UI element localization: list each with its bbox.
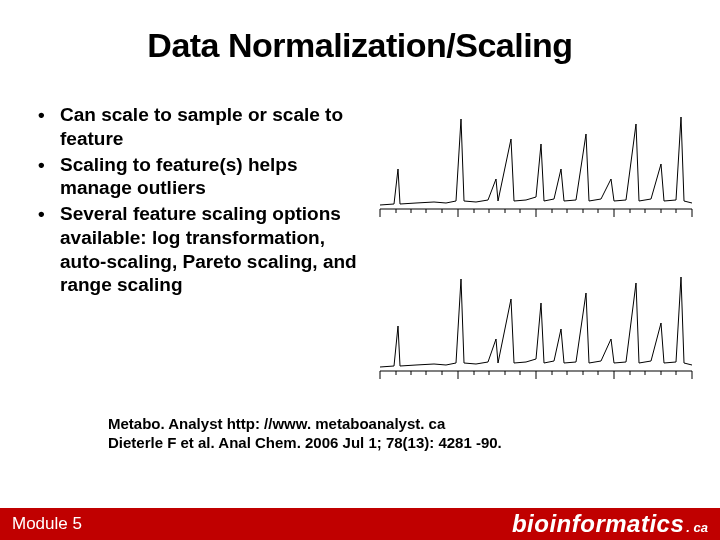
citation-block: Metabo. Analyst http: //www. metaboanaly… bbox=[0, 415, 720, 453]
citation-line: Metabo. Analyst http: //www. metaboanaly… bbox=[108, 415, 720, 434]
spectra-column bbox=[368, 103, 700, 391]
brand-main-text: bioinformatics bbox=[512, 510, 684, 538]
brand-suffix-text: . ca bbox=[686, 520, 708, 535]
slide-title: Data Normalization/Scaling bbox=[0, 0, 720, 65]
bullet-item: Several feature scaling options availabl… bbox=[38, 202, 368, 297]
citation-line: Dieterle F et al. Anal Chem. 2006 Jul 1;… bbox=[108, 434, 720, 453]
spectrum-plot-bottom bbox=[376, 271, 696, 391]
content-area: Can scale to sample or scale to feature … bbox=[0, 103, 720, 391]
bullet-list: Can scale to sample or scale to feature … bbox=[38, 103, 368, 391]
brand-logo: bioinformatics . ca bbox=[512, 510, 708, 538]
module-label: Module 5 bbox=[12, 514, 82, 534]
bullet-item: Can scale to sample or scale to feature bbox=[38, 103, 368, 151]
footer-bar: Module 5 bioinformatics . ca bbox=[0, 508, 720, 540]
bullet-item: Scaling to feature(s) helps manage outli… bbox=[38, 153, 368, 201]
spectrum-plot-top bbox=[376, 109, 696, 229]
